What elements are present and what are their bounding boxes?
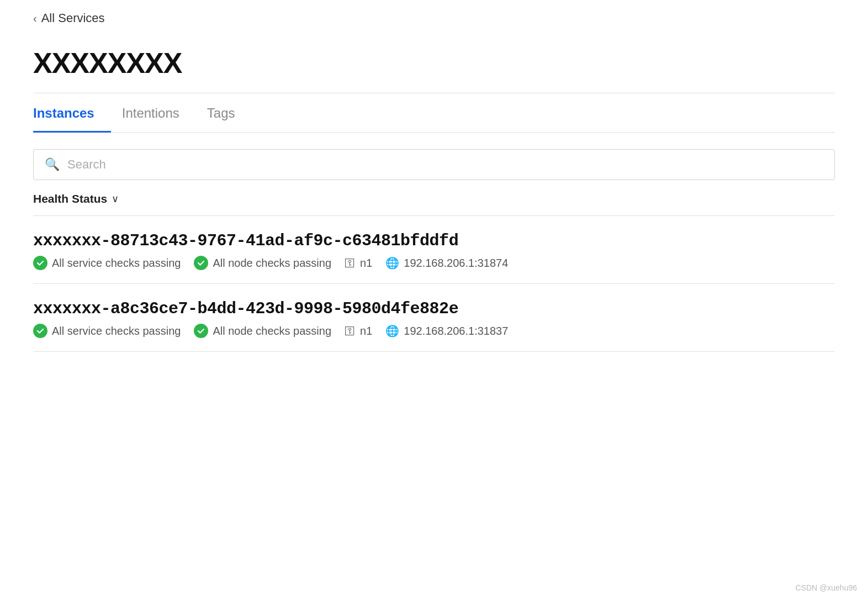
address-value: 192.168.206.1:31837 xyxy=(404,325,508,338)
node-info: ⚿ n1 xyxy=(345,325,372,338)
node-check-icon xyxy=(194,256,208,270)
node-check-badge: All node checks passing xyxy=(194,256,331,270)
globe-icon: 🌐 xyxy=(385,324,399,338)
node-check-badge: All node checks passing xyxy=(194,324,331,338)
service-check-badge: All service checks passing xyxy=(33,324,181,338)
search-bar[interactable]: 🔍 xyxy=(33,149,835,180)
instance-name: xxxxxxx-a8c36ce7-b4dd-423d-9998-5980d4fe… xyxy=(33,299,835,318)
node-check-icon xyxy=(194,324,208,338)
service-title: XXXXXXXX xyxy=(33,46,835,80)
chevron-down-icon: ∨ xyxy=(112,193,119,205)
service-check-icon xyxy=(33,256,47,270)
watermark: CSDN @xuehu96 xyxy=(796,583,858,592)
search-icon: 🔍 xyxy=(45,157,60,172)
globe-icon: 🌐 xyxy=(385,256,399,270)
back-label: All Services xyxy=(41,11,105,25)
table-row[interactable]: xxxxxxx-a8c36ce7-b4dd-423d-9998-5980d4fe… xyxy=(33,284,835,352)
node-name: n1 xyxy=(360,257,372,270)
tab-tags[interactable]: Tags xyxy=(196,93,252,133)
filter-label: Health Status xyxy=(33,192,107,205)
key-icon: ⚿ xyxy=(345,257,356,270)
tabs-container: Instances Intentions Tags xyxy=(33,93,835,133)
instance-meta: All service checks passing All node chec… xyxy=(33,256,835,270)
search-input[interactable] xyxy=(67,157,823,172)
node-name: n1 xyxy=(360,325,372,338)
health-status-filter[interactable]: Health Status ∨ xyxy=(33,180,835,215)
instance-name: xxxxxxx-88713c43-9767-41ad-af9c-c63481bf… xyxy=(33,231,835,250)
address-info: 🌐 192.168.206.1:31837 xyxy=(385,324,508,338)
back-navigation[interactable]: ‹ All Services xyxy=(33,0,835,36)
tab-instances[interactable]: Instances xyxy=(33,93,111,133)
tab-intentions[interactable]: Intentions xyxy=(111,93,196,133)
service-check-label: All service checks passing xyxy=(52,257,181,270)
key-icon: ⚿ xyxy=(345,325,356,338)
back-chevron-icon: ‹ xyxy=(33,12,37,25)
table-row[interactable]: xxxxxxx-88713c43-9767-41ad-af9c-c63481bf… xyxy=(33,216,835,284)
service-check-icon xyxy=(33,324,47,338)
service-check-label: All service checks passing xyxy=(52,325,181,338)
node-check-label: All node checks passing xyxy=(213,325,331,338)
address-info: 🌐 192.168.206.1:31874 xyxy=(385,256,508,270)
service-check-badge: All service checks passing xyxy=(33,256,181,270)
node-info: ⚿ n1 xyxy=(345,257,372,270)
instance-list: xxxxxxx-88713c43-9767-41ad-af9c-c63481bf… xyxy=(33,216,835,352)
address-value: 192.168.206.1:31874 xyxy=(404,257,508,270)
node-check-label: All node checks passing xyxy=(213,257,331,270)
instance-meta: All service checks passing All node chec… xyxy=(33,324,835,338)
